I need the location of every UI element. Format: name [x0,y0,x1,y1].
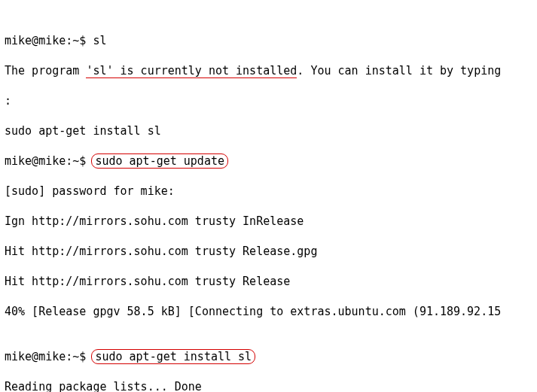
output-reading-pkg: Reading package lists... Done [5,379,532,392]
text: . You can install it by typing [297,64,501,77]
text: The program [5,64,86,77]
output-progress: 40% [Release gpgv 58.5 kB] [Connecting t… [5,304,532,319]
prompt-line-2: mike@mike:~$ sudo apt-get update [5,153,532,169]
prompt: mike@mike:~$ [5,34,93,47]
command-sl: sl [93,34,106,47]
highlight-apt-update: sudo apt-get update [91,153,228,169]
prompt-line-3: mike@mike:~$ sudo apt-get install sl [5,349,532,364]
prompt: mike@mike:~$ [5,154,93,168]
highlight-not-installed: 'sl' is currently not installed [86,64,297,78]
output-sudo-pass: [sudo] password for mike: [5,184,532,199]
prompt: mike@mike:~$ [5,350,93,363]
output-not-installed: The program 'sl' is currently not instal… [5,63,532,78]
prompt-line-1: mike@mike:~$ sl [5,33,532,48]
highlight-apt-install: sudo apt-get install sl [91,349,255,364]
output-ign: Ign http://mirrors.sohu.com trusty InRel… [5,214,532,229]
terminal[interactable]: mike@mike:~$ sl The program 'sl' is curr… [0,0,537,392]
output-hit-release: Hit http://mirrors.sohu.com trusty Relea… [5,274,532,289]
output-install-hint: sudo apt-get install sl [5,123,532,138]
output-hit-gpg: Hit http://mirrors.sohu.com trusty Relea… [5,244,532,259]
output-colon: : [5,93,532,108]
